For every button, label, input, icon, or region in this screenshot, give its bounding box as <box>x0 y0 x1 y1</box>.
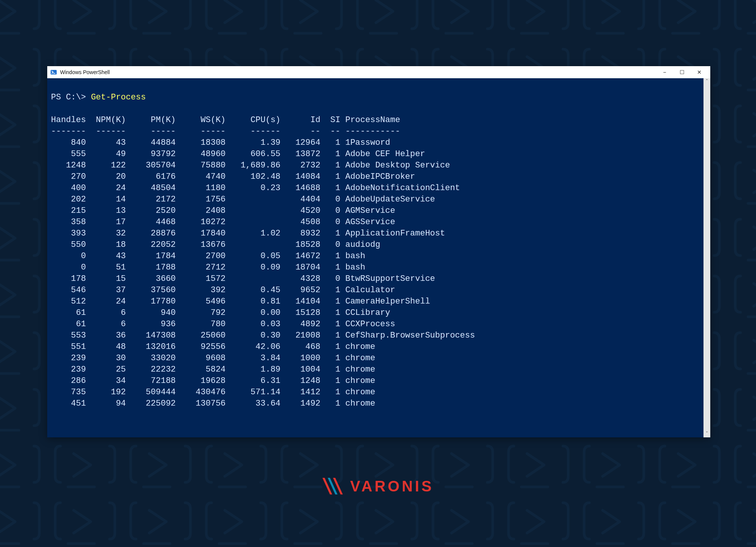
varonis-logo: VARONIS <box>322 476 434 496</box>
window-title: Windows PowerShell <box>60 69 110 75</box>
vertical-scrollbar[interactable]: ˄ ˅ <box>703 78 710 437</box>
table-body: 840 43 44884 18308 1.39 12964 1 1Passwor… <box>51 138 475 408</box>
terminal-output[interactable]: PS C:\> Get-Process Handles NPM(K) PM(K)… <box>47 78 710 437</box>
prompt-line: PS C:\> Get-Process <box>51 93 146 102</box>
powershell-icon <box>50 69 57 76</box>
scroll-up-icon[interactable]: ˄ <box>706 79 708 84</box>
maximize-button[interactable]: ☐ <box>673 66 691 78</box>
table-header: Handles NPM(K) PM(K) WS(K) CPU(s) Id SI … <box>51 115 400 125</box>
titlebar[interactable]: Windows PowerShell − ☐ ✕ <box>47 66 710 78</box>
table-divider: ------- ------ ----- ----- ------ -- -- … <box>51 127 400 136</box>
varonis-wordmark: VARONIS <box>350 478 434 495</box>
scroll-down-icon[interactable]: ˅ <box>706 431 708 437</box>
minimize-button[interactable]: − <box>656 66 673 78</box>
prompt: PS C:\> <box>51 93 91 102</box>
varonis-mark-icon <box>322 476 345 496</box>
command: Get-Process <box>91 93 146 102</box>
svg-rect-121 <box>51 70 57 74</box>
close-button[interactable]: ✕ <box>691 66 708 78</box>
powershell-window: Windows PowerShell − ☐ ✕ PS C:\> Get-Pro… <box>47 66 710 437</box>
